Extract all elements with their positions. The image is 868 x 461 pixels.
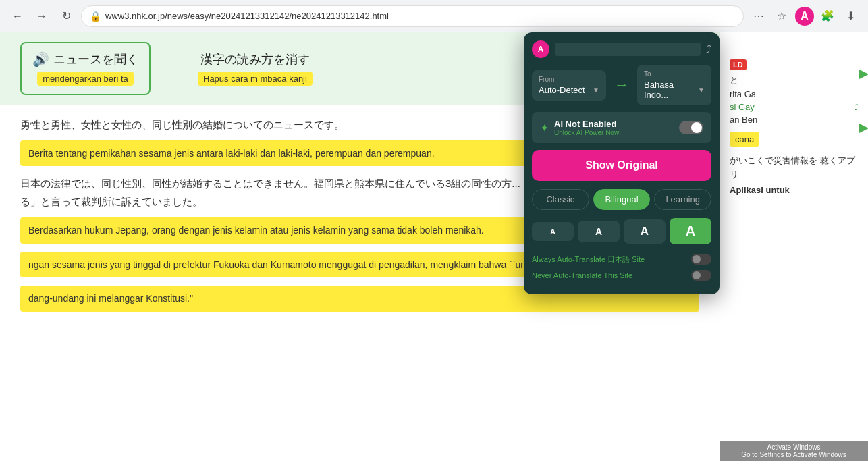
translation-popup: A ⤴ From Auto-Detect ▼ → To Bahasa Indo.… (524, 32, 720, 294)
kanji-label: 漢字の読み方を消す (200, 51, 310, 67)
popup-header: A ⤴ (532, 40, 711, 58)
nhk-sidebar: ▶ ▶ LD と rita Ga si Gay ⤴ an Ben cana がい… (720, 32, 868, 461)
profile-button[interactable]: A (795, 7, 814, 26)
ai-row: ✦ AI Not Enabled Unlock AI Power Now! (532, 112, 711, 143)
extensions-button[interactable]: ⋯ (749, 7, 768, 26)
ai-text-group: AI Not Enabled Unlock AI Power Now! (554, 119, 621, 136)
listen-label: ニュースを聞く (53, 51, 138, 67)
activate-windows: Activate Windows Go to Settings to Activ… (720, 441, 868, 461)
right-arrow-1: ▶ (859, 66, 868, 81)
tab-classic[interactable]: Classic (532, 189, 589, 210)
popup-logo: A (532, 40, 549, 58)
nhk-link-gay[interactable]: si Gay ⤴ (730, 102, 859, 112)
auto-translate-row: Always Auto-Translate 日本語 Site (532, 254, 711, 265)
sparkle-icon: ✦ (540, 121, 549, 134)
speaker-icon[interactable]: 🔊 (32, 51, 49, 67)
browser-chrome: ← → ↻ 🔒 www3.nhk.or.jp/news/easy/ne20241… (0, 0, 868, 32)
listen-translation: mendengarkan beri ta (37, 72, 133, 86)
ai-subtitle: Unlock AI Power Now! (554, 129, 621, 136)
kanji-title: 漢字の読み方を消す (200, 51, 310, 67)
bookmark-button[interactable]: ☆ (772, 7, 791, 26)
never-translate-label: Never Auto-Translate This Site (532, 271, 632, 279)
export-button[interactable]: ⤴ (706, 43, 711, 55)
tab-learning[interactable]: Learning (654, 189, 711, 210)
listen-card: 🔊 ニュースを聞く mendengarkan beri ta (20, 42, 151, 95)
cana-badge: cana (730, 132, 759, 147)
url-text: www3.nhk.or.jp/news/easy/ne2024121331214… (105, 11, 389, 21)
tab-bilingual[interactable]: Bilingual (593, 189, 651, 210)
show-original-button[interactable]: Show Original (532, 150, 711, 181)
main-area: 🔊 ニュースを聞く mendengarkan beri ta 漢字の読み方を消す… (0, 32, 868, 461)
forward-button[interactable]: → (32, 7, 51, 26)
ai-left: ✦ AI Not Enabled Unlock AI Power Now! (540, 119, 621, 136)
browser-icons: ⋯ ☆ A 🧩 ⬇ (749, 7, 860, 26)
ai-toggle[interactable] (679, 121, 703, 134)
popup-title-bar (555, 43, 701, 56)
ld-badge: LD (730, 59, 747, 70)
back-button[interactable]: ← (8, 7, 27, 26)
language-row: From Auto-Detect ▼ → To Bahasa Indo... ▼ (532, 65, 711, 105)
activate-subtext: Go to Settings to Activate Windows (726, 451, 861, 458)
ai-title: AI Not Enabled (554, 119, 621, 129)
auto-translate-toggle[interactable] (691, 254, 711, 265)
kanji-text: がいこくで災害情報を 聴くアプリ (730, 154, 859, 182)
font-md-button[interactable]: A (624, 219, 666, 244)
address-bar[interactable]: 🔒 www3.nhk.or.jp/news/easy/ne20241213312… (81, 5, 744, 27)
right-arrow-2: ▶ (859, 120, 868, 135)
from-label: From (539, 76, 599, 83)
reload-button[interactable]: ↻ (57, 7, 76, 26)
font-xs-button[interactable]: A (532, 222, 574, 241)
from-language-select[interactable]: From Auto-Detect ▼ (532, 70, 606, 101)
app-label: Aplikasi untuk (730, 185, 859, 195)
view-tabs: Classic Bilingual Learning (532, 189, 711, 210)
to-value: Bahasa Indo... ▼ (644, 80, 705, 100)
font-lg-button[interactable]: A (670, 218, 711, 244)
nhk-link-ben: an Ben (730, 115, 859, 125)
nhk-spacer (730, 45, 859, 58)
extensions2-button[interactable]: 🧩 (818, 7, 837, 26)
auto-toggle-knob (693, 255, 701, 263)
from-value: Auto-Detect ▼ (539, 85, 599, 95)
arrow-icon: → (612, 76, 632, 94)
font-sm-button[interactable]: A (578, 221, 620, 242)
never-toggle-knob (693, 271, 701, 279)
to-language-select[interactable]: To Bahasa Indo... ▼ (637, 65, 711, 105)
nhk-link-rita: rita Ga (730, 89, 859, 99)
listen-title: 🔊 ニュースを聞く (32, 51, 138, 67)
auto-translate-label: Always Auto-Translate 日本語 Site (532, 254, 645, 265)
kanji-inner: 漢字の読み方を消す Hapus cara m mbaca kanji (198, 51, 313, 86)
kanji-card: 漢字の読み方を消す Hapus cara m mbaca kanji (198, 51, 313, 86)
never-translate-toggle[interactable] (691, 270, 711, 281)
toggle-knob (691, 122, 702, 133)
font-size-row: A A A A (532, 218, 711, 244)
activate-text: Activate Windows (726, 443, 861, 451)
never-translate-row: Never Auto-Translate This Site (532, 270, 711, 281)
to-label: To (644, 70, 705, 78)
download-button[interactable]: ⬇ (841, 7, 860, 26)
kanji-translation: Hapus cara m mbaca kanji (198, 72, 313, 86)
nhk-link-to: と (730, 74, 859, 86)
